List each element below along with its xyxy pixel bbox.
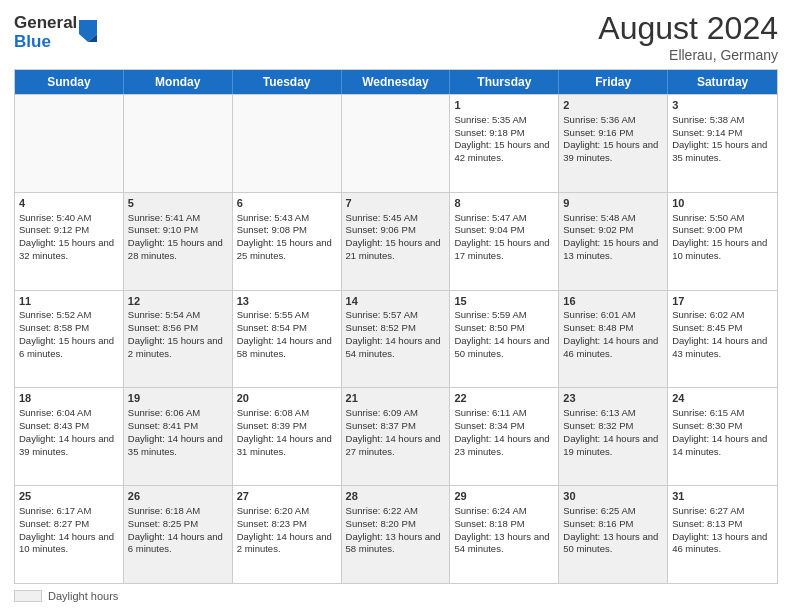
day-info: Sunrise: 6:01 AM Sunset: 8:48 PM Dayligh… [563, 309, 658, 358]
cal-cell: 24Sunrise: 6:15 AM Sunset: 8:30 PM Dayli… [668, 388, 777, 485]
day-number: 8 [454, 196, 554, 211]
header-day-saturday: Saturday [668, 70, 777, 94]
header-day-sunday: Sunday [15, 70, 124, 94]
calendar-body: 1Sunrise: 5:35 AM Sunset: 9:18 PM Daylig… [15, 94, 777, 583]
month-year-title: August 2024 [598, 10, 778, 47]
day-info: Sunrise: 6:27 AM Sunset: 8:13 PM Dayligh… [672, 505, 767, 554]
day-info: Sunrise: 6:20 AM Sunset: 8:23 PM Dayligh… [237, 505, 332, 554]
day-info: Sunrise: 6:18 AM Sunset: 8:25 PM Dayligh… [128, 505, 223, 554]
day-info: Sunrise: 6:17 AM Sunset: 8:27 PM Dayligh… [19, 505, 114, 554]
day-info: Sunrise: 6:11 AM Sunset: 8:34 PM Dayligh… [454, 407, 549, 456]
day-info: Sunrise: 6:13 AM Sunset: 8:32 PM Dayligh… [563, 407, 658, 456]
cal-cell: 10Sunrise: 5:50 AM Sunset: 9:00 PM Dayli… [668, 193, 777, 290]
cal-cell: 23Sunrise: 6:13 AM Sunset: 8:32 PM Dayli… [559, 388, 668, 485]
day-info: Sunrise: 6:08 AM Sunset: 8:39 PM Dayligh… [237, 407, 332, 456]
day-number: 23 [563, 391, 663, 406]
cal-cell: 29Sunrise: 6:24 AM Sunset: 8:18 PM Dayli… [450, 486, 559, 583]
calendar-row-4: 25Sunrise: 6:17 AM Sunset: 8:27 PM Dayli… [15, 485, 777, 583]
day-info: Sunrise: 5:59 AM Sunset: 8:50 PM Dayligh… [454, 309, 549, 358]
cal-cell: 19Sunrise: 6:06 AM Sunset: 8:41 PM Dayli… [124, 388, 233, 485]
day-info: Sunrise: 5:55 AM Sunset: 8:54 PM Dayligh… [237, 309, 332, 358]
location-subtitle: Ellerau, Germany [598, 47, 778, 63]
calendar-row-0: 1Sunrise: 5:35 AM Sunset: 9:18 PM Daylig… [15, 94, 777, 192]
cal-cell: 5Sunrise: 5:41 AM Sunset: 9:10 PM Daylig… [124, 193, 233, 290]
header-day-thursday: Thursday [450, 70, 559, 94]
cal-cell: 28Sunrise: 6:22 AM Sunset: 8:20 PM Dayli… [342, 486, 451, 583]
cal-cell: 15Sunrise: 5:59 AM Sunset: 8:50 PM Dayli… [450, 291, 559, 388]
day-info: Sunrise: 5:35 AM Sunset: 9:18 PM Dayligh… [454, 114, 549, 163]
day-info: Sunrise: 5:41 AM Sunset: 9:10 PM Dayligh… [128, 212, 223, 261]
day-info: Sunrise: 5:43 AM Sunset: 9:08 PM Dayligh… [237, 212, 332, 261]
day-number: 26 [128, 489, 228, 504]
cal-cell: 8Sunrise: 5:47 AM Sunset: 9:04 PM Daylig… [450, 193, 559, 290]
day-info: Sunrise: 6:22 AM Sunset: 8:20 PM Dayligh… [346, 505, 441, 554]
day-info: Sunrise: 6:06 AM Sunset: 8:41 PM Dayligh… [128, 407, 223, 456]
cal-cell: 11Sunrise: 5:52 AM Sunset: 8:58 PM Dayli… [15, 291, 124, 388]
calendar-row-1: 4Sunrise: 5:40 AM Sunset: 9:12 PM Daylig… [15, 192, 777, 290]
day-number: 22 [454, 391, 554, 406]
cal-cell: 1Sunrise: 5:35 AM Sunset: 9:18 PM Daylig… [450, 95, 559, 192]
day-number: 18 [19, 391, 119, 406]
cal-cell [15, 95, 124, 192]
cal-cell: 21Sunrise: 6:09 AM Sunset: 8:37 PM Dayli… [342, 388, 451, 485]
cal-cell: 9Sunrise: 5:48 AM Sunset: 9:02 PM Daylig… [559, 193, 668, 290]
day-number: 28 [346, 489, 446, 504]
day-number: 2 [563, 98, 663, 113]
logo-blue: Blue [14, 33, 77, 52]
day-number: 27 [237, 489, 337, 504]
header-day-monday: Monday [124, 70, 233, 94]
daylight-swatch [14, 590, 42, 602]
header-day-wednesday: Wednesday [342, 70, 451, 94]
day-number: 17 [672, 294, 773, 309]
day-info: Sunrise: 6:25 AM Sunset: 8:16 PM Dayligh… [563, 505, 658, 554]
header-day-tuesday: Tuesday [233, 70, 342, 94]
day-number: 7 [346, 196, 446, 211]
day-info: Sunrise: 6:24 AM Sunset: 8:18 PM Dayligh… [454, 505, 549, 554]
cal-cell [124, 95, 233, 192]
cal-cell [342, 95, 451, 192]
day-number: 14 [346, 294, 446, 309]
logo-icon [79, 20, 97, 42]
day-number: 16 [563, 294, 663, 309]
day-info: Sunrise: 6:09 AM Sunset: 8:37 PM Dayligh… [346, 407, 441, 456]
calendar: SundayMondayTuesdayWednesdayThursdayFrid… [14, 69, 778, 584]
day-info: Sunrise: 5:48 AM Sunset: 9:02 PM Dayligh… [563, 212, 658, 261]
cal-cell: 31Sunrise: 6:27 AM Sunset: 8:13 PM Dayli… [668, 486, 777, 583]
cal-cell: 30Sunrise: 6:25 AM Sunset: 8:16 PM Dayli… [559, 486, 668, 583]
cal-cell: 4Sunrise: 5:40 AM Sunset: 9:12 PM Daylig… [15, 193, 124, 290]
cal-cell: 14Sunrise: 5:57 AM Sunset: 8:52 PM Dayli… [342, 291, 451, 388]
day-number: 13 [237, 294, 337, 309]
day-info: Sunrise: 5:57 AM Sunset: 8:52 PM Dayligh… [346, 309, 441, 358]
cal-cell: 20Sunrise: 6:08 AM Sunset: 8:39 PM Dayli… [233, 388, 342, 485]
day-number: 15 [454, 294, 554, 309]
logo-general: General [14, 14, 77, 33]
header-day-friday: Friday [559, 70, 668, 94]
page: General Blue August 2024 Ellerau, German… [0, 0, 792, 612]
footer-label: Daylight hours [48, 590, 118, 602]
cal-cell: 18Sunrise: 6:04 AM Sunset: 8:43 PM Dayli… [15, 388, 124, 485]
footer: Daylight hours [14, 590, 778, 602]
day-number: 30 [563, 489, 663, 504]
cal-cell: 7Sunrise: 5:45 AM Sunset: 9:06 PM Daylig… [342, 193, 451, 290]
day-number: 11 [19, 294, 119, 309]
day-info: Sunrise: 5:36 AM Sunset: 9:16 PM Dayligh… [563, 114, 658, 163]
cal-cell: 17Sunrise: 6:02 AM Sunset: 8:45 PM Dayli… [668, 291, 777, 388]
day-number: 21 [346, 391, 446, 406]
day-info: Sunrise: 5:40 AM Sunset: 9:12 PM Dayligh… [19, 212, 114, 261]
cal-cell: 26Sunrise: 6:18 AM Sunset: 8:25 PM Dayli… [124, 486, 233, 583]
day-info: Sunrise: 6:02 AM Sunset: 8:45 PM Dayligh… [672, 309, 767, 358]
day-number: 24 [672, 391, 773, 406]
cal-cell [233, 95, 342, 192]
calendar-row-2: 11Sunrise: 5:52 AM Sunset: 8:58 PM Dayli… [15, 290, 777, 388]
cal-cell: 3Sunrise: 5:38 AM Sunset: 9:14 PM Daylig… [668, 95, 777, 192]
day-number: 10 [672, 196, 773, 211]
day-info: Sunrise: 5:45 AM Sunset: 9:06 PM Dayligh… [346, 212, 441, 261]
cal-cell: 6Sunrise: 5:43 AM Sunset: 9:08 PM Daylig… [233, 193, 342, 290]
day-info: Sunrise: 6:15 AM Sunset: 8:30 PM Dayligh… [672, 407, 767, 456]
day-number: 3 [672, 98, 773, 113]
cal-cell: 13Sunrise: 5:55 AM Sunset: 8:54 PM Dayli… [233, 291, 342, 388]
day-number: 31 [672, 489, 773, 504]
day-number: 29 [454, 489, 554, 504]
day-number: 20 [237, 391, 337, 406]
day-info: Sunrise: 5:50 AM Sunset: 9:00 PM Dayligh… [672, 212, 767, 261]
